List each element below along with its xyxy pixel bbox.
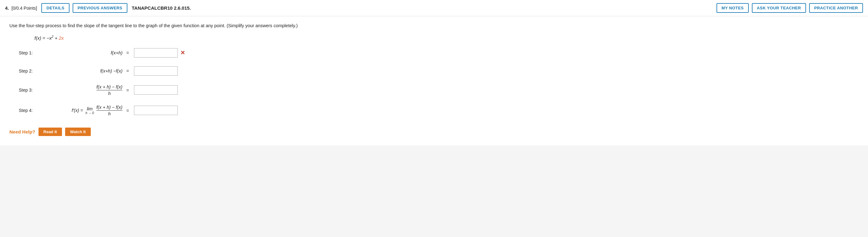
- step-2-row: Step 2: f(x + h) − f(x) =: [19, 66, 859, 76]
- step-4-fraction: f(x + h) − f(x) h: [96, 105, 122, 116]
- step-3-numerator: f(x + h) − f(x): [96, 84, 122, 90]
- step-4-row: Step 4: f′(x) = lim h → 0 f(x + h) − f(x…: [19, 105, 859, 116]
- lim-label: lim: [87, 106, 93, 111]
- step-3-fraction: f(x + h) − f(x) h: [96, 84, 122, 96]
- step-2-label: Step 2:: [19, 68, 44, 73]
- step-3-input[interactable]: [134, 86, 178, 95]
- function-display: f(x) = −x2 + 2x: [34, 35, 859, 41]
- steps-container: Step 1: f(x + h) = ✕ Step 2: f(x + h) − …: [19, 48, 859, 116]
- step-3-label: Step 3:: [19, 88, 44, 93]
- question-header: 4. [0/0.4 Points] DETAILS PREVIOUS ANSWE…: [0, 0, 868, 16]
- step-3-formula: f(x + h) − f(x) h =: [44, 84, 131, 96]
- my-notes-button[interactable]: MY NOTES: [716, 3, 749, 13]
- q-number: 4.: [5, 5, 9, 11]
- step-4-input[interactable]: [134, 106, 178, 115]
- practice-another-button[interactable]: PRACTICE ANOTHER: [809, 3, 863, 13]
- limit-block: lim h → 0: [86, 106, 94, 115]
- step-2-input[interactable]: [134, 66, 178, 76]
- step-4-numerator: f(x + h) − f(x): [96, 105, 122, 111]
- points-label: [0/0.4 Points]: [11, 6, 37, 11]
- step-1-error-icon: ✕: [180, 49, 185, 56]
- step-1-label: Step 1:: [19, 50, 44, 55]
- step-2-formula: f(x + h) − f(x) =: [44, 68, 131, 73]
- details-button[interactable]: DETAILS: [41, 3, 69, 13]
- step-4-denominator: h: [108, 111, 111, 116]
- need-help-label: Need Help?: [9, 129, 35, 134]
- step-3-row: Step 3: f(x + h) − f(x) h =: [19, 84, 859, 96]
- watch-it-button[interactable]: Watch It: [65, 128, 91, 136]
- step-1-row: Step 1: f(x + h) = ✕: [19, 48, 859, 58]
- question-instruction: Use the four-step process to find the sl…: [9, 23, 859, 29]
- step-3-denominator: h: [108, 90, 111, 96]
- ask-teacher-button[interactable]: ASK YOUR TEACHER: [752, 3, 806, 13]
- question-content: Use the four-step process to find the sl…: [0, 16, 868, 145]
- question-number: 4. [0/0.4 Points]: [5, 5, 37, 11]
- step-4-formula: f′(x) = lim h → 0 f(x + h) − f(x) h =: [44, 105, 131, 116]
- step-1-formula: f(x + h) =: [44, 50, 131, 55]
- step-1-input[interactable]: [134, 48, 178, 58]
- need-help-section: Need Help? Read It Watch It: [9, 128, 859, 136]
- read-it-button[interactable]: Read It: [38, 128, 62, 136]
- step-4-label: Step 4:: [19, 108, 44, 113]
- problem-id: TANAPCALCBR10 2.6.015.: [132, 5, 191, 11]
- previous-answers-button[interactable]: PREVIOUS ANSWERS: [73, 3, 127, 13]
- lim-subscript: h → 0: [86, 111, 94, 115]
